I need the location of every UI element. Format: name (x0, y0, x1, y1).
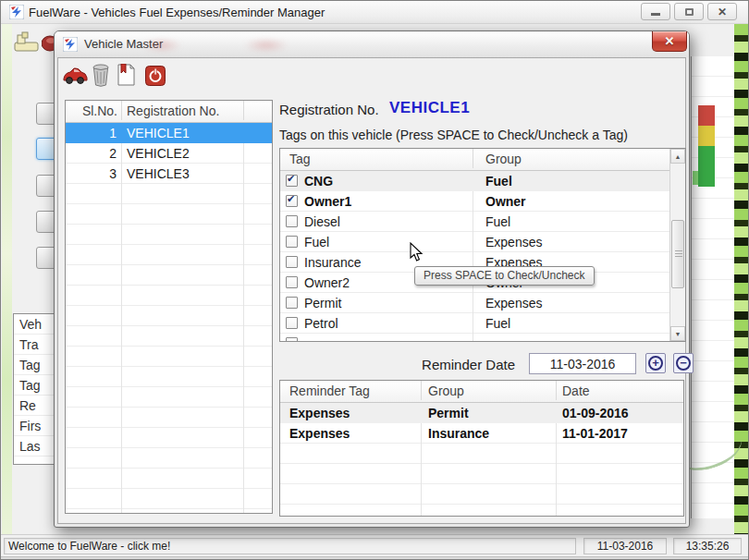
check-icon: ✔ (287, 193, 295, 205)
cell-tag: Fuel (304, 232, 329, 252)
thumb-grip (675, 250, 682, 258)
dialog-close-button[interactable]: ✕ (652, 31, 687, 52)
cell-tag: Owner2 (304, 273, 350, 293)
checkbox-checked[interactable]: ✔ (286, 195, 298, 207)
cell-tag: Diesel (304, 212, 340, 232)
tag-row[interactable]: DieselFuel (280, 212, 669, 232)
reminder-date-input[interactable] (529, 353, 636, 374)
close-button[interactable]: ✕ (707, 3, 737, 20)
cell-tag: CNG (304, 171, 333, 191)
tag-row[interactable]: PermitExpenses (280, 293, 669, 313)
cell-group: Expenses (485, 232, 542, 252)
tag-row-partial[interactable] (280, 334, 669, 341)
checkbox-unchecked[interactable] (286, 276, 298, 288)
registration-label: Registration No. (279, 102, 379, 117)
col-tag[interactable]: Tag (289, 149, 311, 170)
maximize-button[interactable] (674, 3, 704, 20)
report-document-icon[interactable] (117, 64, 135, 86)
window-bottom-edge (1, 556, 748, 560)
reminder-table-body: ExpensesPermit01-09-2016ExpensesInsuranc… (280, 403, 683, 516)
screen: FuelWare - Vehicles Fuel Expenses/Remind… (0, 0, 749, 560)
col-group[interactable]: Group (485, 149, 522, 170)
vehicle-list-body: 1VEHICLE12VEHICLE23VEHICLE3 (66, 123, 272, 513)
reminder-table-header: Reminder Tag Group Date (280, 381, 683, 403)
cell-reminder-tag: Expenses (289, 403, 350, 423)
remove-reminder-button[interactable]: − (673, 353, 694, 373)
tag-row[interactable]: FuelExpenses (280, 232, 669, 252)
cell-reminder-group: Insurance (428, 423, 489, 444)
col-reminder-tag[interactable]: Reminder Tag (289, 381, 370, 402)
registration-value: VEHICLE1 (389, 99, 470, 117)
mouse-cursor (410, 242, 424, 262)
tag-row[interactable]: ✔Owner1Owner (280, 191, 669, 212)
dialog-icon (63, 37, 78, 52)
cell-registration: VEHICLE1 (127, 123, 190, 143)
checkbox-unchecked[interactable] (286, 337, 298, 341)
minimize-button[interactable] (641, 3, 670, 20)
checkbox-unchecked[interactable] (286, 297, 298, 309)
minimize-icon (651, 13, 660, 16)
checkbox-unchecked[interactable] (286, 317, 298, 329)
reminder-table: Reminder Tag Group Date ExpensesPermit01… (279, 380, 684, 517)
col-reminder-date[interactable]: Date (562, 381, 590, 402)
cell-group: Expenses (485, 293, 542, 313)
add-reminder-button[interactable]: + (645, 353, 666, 373)
background-image-strip (2, 24, 12, 534)
checkbox-unchecked[interactable] (286, 215, 298, 227)
minus-icon: − (676, 356, 691, 371)
reminder-date-label: Reminder Date (381, 357, 515, 372)
scroll-up-button[interactable]: ▲ (670, 149, 685, 164)
vehicle-car-icon[interactable] (62, 67, 88, 85)
scroll-down-button[interactable]: ▼ (670, 326, 685, 341)
cell-slno: 2 (66, 143, 121, 164)
reminder-row[interactable]: ExpensesInsurance11-01-2017 (280, 423, 683, 444)
tags-scrollbar[interactable]: ▲ ▼ (669, 149, 685, 341)
bg-red-block (698, 105, 715, 126)
header-divider (121, 101, 122, 120)
col-slno[interactable]: Sl.No. (66, 101, 117, 122)
vehicle-row[interactable]: 3VEHICLE3 (66, 164, 272, 184)
tags-table: Tag Group ✔CNGFuel✔Owner1OwnerDieselFuel… (279, 148, 686, 342)
cell-group: Fuel (485, 313, 510, 334)
cell-reminder-tag: Expenses (289, 423, 350, 444)
bg-green-block (698, 146, 715, 187)
cell-tag: Owner1 (304, 191, 351, 212)
col-registration[interactable]: Registration No. (127, 101, 219, 122)
vehicle-row[interactable]: 2VEHICLE2 (66, 143, 272, 164)
scroll-up-icon: ▲ (675, 153, 681, 160)
cell-tag: Insurance (304, 252, 361, 273)
reminder-row[interactable]: ExpensesPermit01-09-2016 (280, 403, 683, 423)
header-divider (243, 101, 244, 120)
close-icon: ✕ (718, 6, 727, 18)
scroll-thumb[interactable] (671, 220, 684, 288)
delete-trash-icon[interactable] (92, 64, 110, 87)
vehicle-row[interactable]: 1VEHICLE1 (66, 123, 272, 143)
exit-power-icon[interactable] (145, 66, 166, 86)
bg-car-icon (42, 35, 55, 52)
cell-registration: VEHICLE3 (127, 164, 190, 184)
fuelware-app-icon (9, 5, 24, 19)
checkbox-unchecked[interactable] (286, 236, 298, 248)
cell-tag: Petrol (304, 313, 338, 334)
tags-caption: Tags on this vehicle (Press SPACE to Che… (279, 128, 628, 142)
bg-green-nub (693, 171, 698, 185)
bg-yellow-block (698, 126, 715, 146)
maximize-icon (685, 8, 694, 16)
background-foliage-strip (734, 24, 749, 534)
cell-slno: 1 (66, 123, 121, 143)
col-reminder-group[interactable]: Group (428, 381, 464, 402)
cell-reminder-group: Permit (428, 403, 469, 423)
checkbox-checked[interactable]: ✔ (286, 175, 298, 187)
status-message[interactable]: Welcome to FuelWare - click me! (4, 538, 576, 554)
checkbox-unchecked[interactable] (286, 256, 298, 268)
tag-row[interactable]: PetrolFuel (280, 313, 669, 334)
status-bar: Welcome to FuelWare - click me! 11-03-20… (1, 534, 748, 556)
tag-row[interactable]: ✔CNGFuel (280, 171, 669, 191)
status-date: 11-03-2016 (583, 538, 667, 554)
vehicle-master-dialog: Vehicle Master ✕ (54, 30, 690, 528)
tags-table-header: Tag Group (280, 149, 669, 171)
cell-group: Fuel (485, 171, 512, 191)
dialog-titlebar[interactable]: Vehicle Master ✕ (55, 31, 689, 57)
cell-reminder-date: 01-09-2016 (562, 403, 629, 423)
header-divider (473, 149, 473, 168)
